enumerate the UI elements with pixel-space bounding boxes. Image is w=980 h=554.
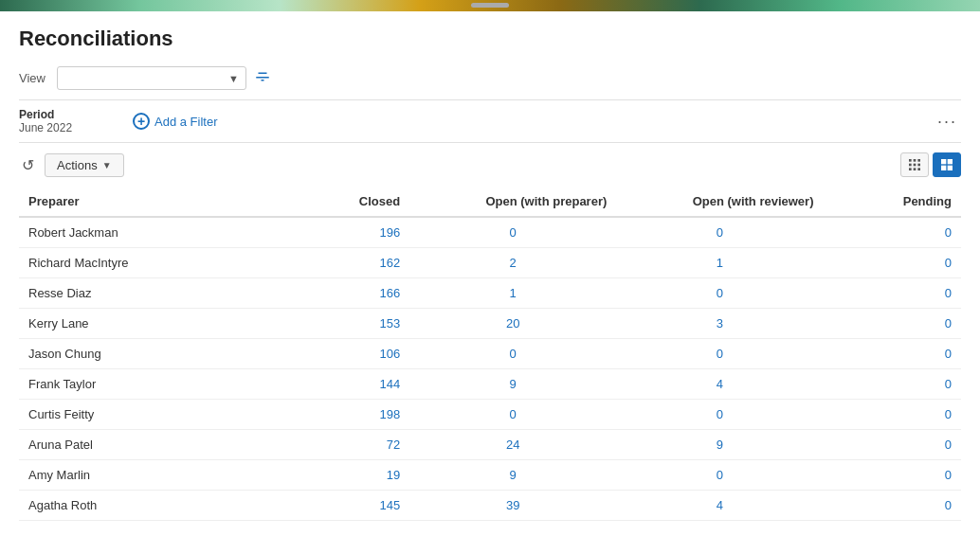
cell-open-preparer[interactable]: 24: [409, 430, 616, 460]
cell-closed[interactable]: 196: [272, 217, 409, 248]
cell-open-reviewer[interactable]: 3: [616, 309, 823, 339]
cell-closed[interactable]: 19: [272, 460, 409, 491]
svg-rect-9: [941, 159, 946, 164]
cell-pending[interactable]: 0: [824, 369, 962, 400]
cell-open-preparer[interactable]: 0: [409, 339, 616, 369]
cell-open-reviewer[interactable]: 9: [616, 430, 823, 460]
cell-open-preparer[interactable]: 1: [409, 278, 616, 309]
cell-open-preparer[interactable]: 0: [409, 400, 616, 430]
add-filter-button[interactable]: + Add a Filter: [133, 113, 217, 130]
cell-pending[interactable]: 0: [824, 248, 962, 278]
view-row: View ▼: [19, 66, 961, 90]
cell-preparer[interactable]: Resse Diaz: [19, 278, 272, 309]
cell-closed[interactable]: 145: [272, 491, 409, 521]
cell-open-preparer[interactable]: 0: [409, 217, 616, 248]
main-content: Reconciliations View ▼ Period June 2022 …: [0, 11, 980, 521]
cell-closed[interactable]: 198: [272, 400, 409, 430]
cell-open-preparer[interactable]: 20: [409, 309, 616, 339]
refresh-button[interactable]: ↺: [19, 153, 37, 177]
cell-closed[interactable]: 162: [272, 248, 409, 278]
drag-handle[interactable]: [471, 3, 509, 8]
table-row: Kerry Lane1532030: [19, 309, 961, 339]
cell-open-reviewer[interactable]: 0: [616, 217, 823, 248]
table-row: Agatha Roth1453940: [19, 491, 961, 521]
more-options-button[interactable]: ···: [934, 112, 961, 132]
plus-circle-icon: +: [133, 113, 150, 130]
cell-pending[interactable]: 0: [824, 278, 962, 309]
cell-closed[interactable]: 166: [272, 278, 409, 309]
table-row: Amy Marlin19900: [19, 460, 961, 491]
table-row: Richard MacIntyre162210: [19, 248, 961, 278]
table-row: Curtis Feitty198000: [19, 400, 961, 430]
col-header-preparer: Preparer: [19, 187, 272, 217]
filter-icon[interactable]: [254, 68, 271, 89]
cell-pending[interactable]: 0: [824, 430, 962, 460]
cell-open-reviewer[interactable]: 4: [616, 491, 823, 521]
view-label: View: [19, 71, 45, 85]
svg-rect-1: [914, 159, 916, 162]
grid-view-button[interactable]: [933, 152, 961, 177]
actions-button[interactable]: Actions ▼: [45, 153, 124, 177]
svg-rect-3: [909, 164, 912, 167]
cell-preparer[interactable]: Curtis Feitty: [19, 400, 272, 430]
top-banner: [0, 0, 980, 11]
cell-open-reviewer[interactable]: 0: [616, 460, 823, 491]
cell-open-reviewer[interactable]: 0: [616, 400, 823, 430]
cell-pending[interactable]: 0: [824, 460, 962, 491]
period-label: Period: [19, 108, 114, 121]
cell-preparer[interactable]: Jason Chung: [19, 339, 272, 369]
actions-label: Actions: [57, 158, 98, 172]
add-filter-label: Add a Filter: [154, 115, 217, 129]
cell-closed[interactable]: 72: [272, 430, 409, 460]
toolbar-left: ↺ Actions ▼: [19, 153, 124, 177]
cell-open-preparer[interactable]: 9: [409, 369, 616, 400]
cell-pending[interactable]: 0: [824, 400, 962, 430]
page-title: Reconciliations: [19, 27, 961, 51]
cell-open-reviewer[interactable]: 1: [616, 248, 823, 278]
col-header-pending: Pending: [824, 187, 962, 217]
col-header-open-reviewer: Open (with reviewer): [616, 187, 823, 217]
svg-rect-7: [914, 168, 916, 170]
cell-pending[interactable]: 0: [824, 491, 962, 521]
cell-open-reviewer[interactable]: 0: [616, 339, 823, 369]
svg-rect-4: [914, 164, 916, 167]
table-header-row: Preparer Closed Open (with preparer) Ope…: [19, 187, 961, 217]
table-row: Robert Jackman196000: [19, 217, 961, 248]
cell-preparer[interactable]: Richard MacIntyre: [19, 248, 272, 278]
cell-preparer[interactable]: Amy Marlin: [19, 460, 272, 491]
reconciliations-table: Preparer Closed Open (with preparer) Ope…: [19, 187, 961, 521]
cell-pending[interactable]: 0: [824, 339, 962, 369]
cell-open-preparer[interactable]: 2: [409, 248, 616, 278]
cell-preparer[interactable]: Agatha Roth: [19, 491, 272, 521]
cell-open-reviewer[interactable]: 4: [616, 369, 823, 400]
table-row: Frank Taylor144940: [19, 369, 961, 400]
chevron-down-icon: ▼: [102, 160, 112, 170]
svg-rect-8: [917, 168, 920, 170]
cell-pending[interactable]: 0: [824, 309, 962, 339]
svg-rect-11: [941, 166, 946, 170]
cell-preparer[interactable]: Kerry Lane: [19, 309, 272, 339]
cell-preparer[interactable]: Frank Taylor: [19, 369, 272, 400]
grid-settings-button[interactable]: [900, 152, 929, 177]
cell-open-preparer[interactable]: 39: [409, 491, 616, 521]
cell-open-reviewer[interactable]: 0: [616, 278, 823, 309]
table-row: Jason Chung106000: [19, 339, 961, 369]
cell-closed[interactable]: 144: [272, 369, 409, 400]
cell-open-preparer[interactable]: 9: [409, 460, 616, 491]
toolbar-row: ↺ Actions ▼: [19, 152, 961, 177]
cell-preparer[interactable]: Robert Jackman: [19, 217, 272, 248]
cell-pending[interactable]: 0: [824, 217, 962, 248]
cell-closed[interactable]: 106: [272, 339, 409, 369]
cell-preparer[interactable]: Aruna Patel: [19, 430, 272, 460]
period-filter-row: Period June 2022 + Add a Filter ···: [19, 99, 961, 143]
svg-rect-12: [948, 166, 953, 170]
cell-closed[interactable]: 153: [272, 309, 409, 339]
svg-rect-0: [909, 159, 912, 162]
svg-rect-6: [909, 168, 912, 170]
svg-rect-2: [917, 159, 920, 162]
view-select[interactable]: [57, 66, 246, 90]
period-value: June 2022: [19, 121, 114, 134]
svg-rect-5: [917, 164, 920, 167]
table-row: Aruna Patel722490: [19, 430, 961, 460]
view-select-wrapper: ▼: [57, 66, 246, 90]
